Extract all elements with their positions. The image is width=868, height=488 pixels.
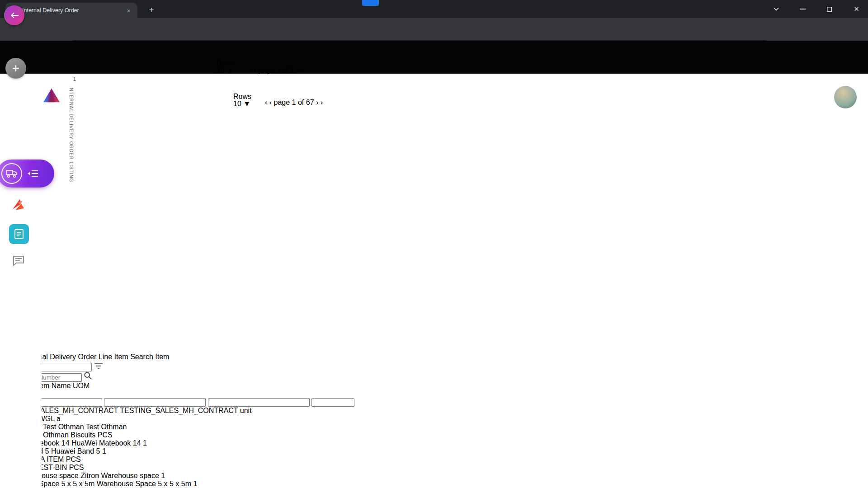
browser-toolbar: ← → akaun.cloud/#/applet/tnt/wavelet/erp… [0,18,868,41]
tab-title: Internal Delivery Order [22,7,121,14]
serial-search-box [0,371,868,382]
cell-uom: 1 [193,480,198,488]
cell-uom: PCS [98,431,113,439]
first-page-button[interactable]: ‹ [250,66,252,74]
table-row[interactable]: Huawei Band 5 Huawei Band 5 1 [0,447,868,455]
next-page-button[interactable]: › [316,99,318,106]
new-tab-button[interactable]: + [146,4,157,16]
next-page-button[interactable]: › [297,66,299,74]
cell-uom: 1 [143,439,147,447]
cell-item-name: Huawei Band 5 [51,447,100,455]
tab-close-icon[interactable]: × [125,7,133,14]
tab-search-item[interactable]: Search Item [130,353,169,361]
cell-uom: unit [240,407,252,414]
cell-uom: PCS [66,455,81,463]
crane-logo-icon[interactable] [12,198,25,211]
table-row[interactable]: Test Othman Test Othman Test Othman [0,423,868,431]
window-maximize-button[interactable] [819,0,840,18]
cell-uom: 1 [161,472,165,479]
search-icon[interactable] [84,373,92,381]
table-row[interactable]: NEWGL NEWGL a [0,415,868,423]
horizontal-scrollbar[interactable]: ◄ ► [0,345,868,353]
items-table-body: TESTING_SALES_MH_CONTRACT TESTING_SALES_… [0,407,868,488]
cell-uom: PCS [69,464,84,471]
listing-applet-icon[interactable] [9,224,29,244]
prev-page-button[interactable]: ‹ [254,66,256,74]
cell-item-name: HuaWei Matebook 14 [71,439,141,447]
pagination: ‹ ‹ page 1 of 1 › › [250,66,303,78]
app-header: akaun [0,41,868,74]
first-page-button[interactable]: ‹ [265,99,267,106]
page-indicator: page 1 of 1 [259,66,297,74]
user-avatar[interactable] [834,86,857,108]
listing-tab-index: 1 [69,76,80,82]
table-row[interactable]: TEST-BIN TEST-BIN PCS [0,464,868,472]
filter-input-uom[interactable] [208,398,310,407]
akaun-logo: akaun [42,87,108,104]
caret-down-icon: ▼ [243,100,250,108]
add-line-item-button[interactable]: + [5,58,26,79]
window-minimize-button[interactable] [793,0,813,18]
column-filter-row [0,398,868,407]
cell-item-name: Zitron Warehouse space [80,472,159,479]
akaun-logo-triangle-icon [42,87,61,103]
table-row[interactable]: TESTING_SALES_MH_CONTRACT TESTING_SALES_… [0,407,868,415]
cell-item-name: Othman Biscuits [43,431,95,439]
table-row[interactable]: Zitron Warehouse space Zitron Warehouse … [0,472,868,480]
sidebar [0,74,42,488]
create-line-item-panel: Create Internal Delivery Order Line Item… [0,353,868,488]
last-page-button[interactable]: › [301,66,303,74]
table-row[interactable]: Othman Test Othman Biscuits PCS [0,431,868,439]
filter-input-extra[interactable] [311,398,354,407]
chat-icon[interactable] [13,255,24,266]
rows-per-page-select[interactable]: 10 ▼ [217,66,243,75]
browser-tabstrip: A Internal Delivery Order × + × [0,0,868,18]
window-chevron-icon[interactable] [766,0,787,18]
delivery-truck-icon [1,163,22,184]
cell-uom: a [57,415,61,422]
browser-tab[interactable]: A Internal Delivery Order × [5,3,137,18]
cell-uom: Test Othman [86,423,127,431]
filter-input-item-name[interactable] [104,398,206,407]
cell-item-name: Warehouse Space 5 x 5 x 5m [97,480,191,488]
listing-tab-label[interactable]: INTERNAL DELIVERY ORDER LISTING [69,86,74,285]
table-row[interactable]: Warehouse Space 5 x 5 x 5m Warehouse Spa… [0,480,868,488]
sidebar-active-module-pill[interactable] [0,160,54,188]
last-page-button[interactable]: › [321,99,323,106]
table-header: Item Code Item Name UOM [0,382,378,398]
screen: A Internal Delivery Order × + × ← → akau… [0,0,868,488]
caret-down-icon: ▼ [226,66,234,74]
filter-list-icon[interactable] [94,363,103,371]
table-row[interactable]: HuaWei Matebook 14 HuaWei Matebook 14 1 [0,439,868,447]
prev-page-button[interactable]: ‹ [269,99,272,106]
table-row[interactable]: IDA ITEM IDA ITEM PCS [0,455,868,464]
search-box [0,361,868,371]
pagination: ‹ ‹ page 1 of 67 › › [265,99,323,110]
cell-item-name: TESTING_SALES_MH_CONTRACT [120,407,238,414]
tab-capture-indicator [362,0,379,6]
page-indicator: page 1 of 67 [274,99,316,106]
cell-uom: 1 [102,447,106,455]
cell-item-name: Test Othman [43,423,84,431]
back-button[interactable] [5,5,24,25]
col-uom[interactable]: UOM [73,382,90,389]
rows-per-page-select[interactable]: 10 ▼ [233,100,257,108]
collapse-menu-icon[interactable] [28,170,38,177]
window-close-button[interactable]: × [845,0,868,18]
